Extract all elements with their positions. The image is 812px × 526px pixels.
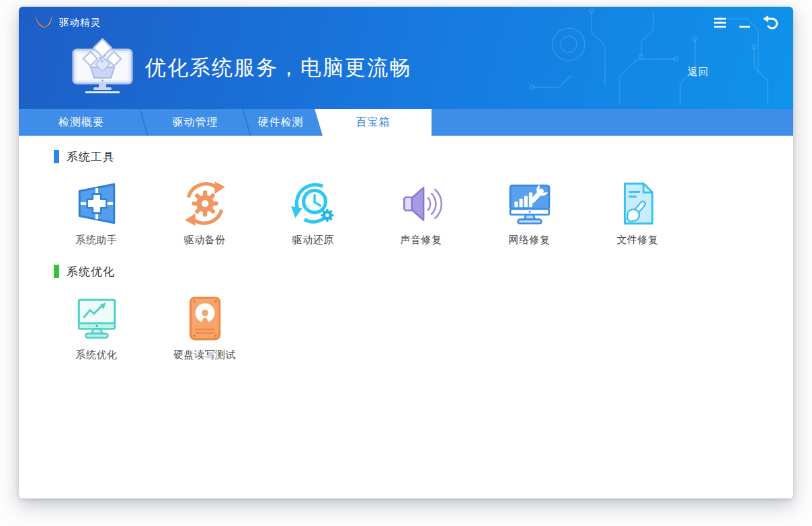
header: 驱动精灵: [19, 7, 793, 109]
tool-label: 系统助手: [76, 234, 118, 247]
app-name: 驱动精灵: [59, 16, 101, 29]
clock-restore-icon: [288, 179, 338, 228]
section-marker: [54, 150, 59, 163]
tool-item-sound-repair[interactable]: 声音修复: [367, 179, 475, 247]
tab-bar: 检测概要 驱动管理 硬件检测 百宝箱: [19, 109, 793, 136]
app-window: 驱动精灵: [19, 7, 793, 498]
tab-toolbox[interactable]: 百宝箱: [315, 109, 432, 136]
tool-item-disk-test[interactable]: 硬盘读写测试: [151, 294, 259, 361]
tool-label: 硬盘读写测试: [173, 349, 236, 361]
tab-label: 百宝箱: [356, 116, 391, 130]
window-controls: [713, 15, 778, 30]
monitor-chart-icon: [72, 294, 122, 343]
windows-plus-icon: [72, 179, 122, 228]
tool-item-system-optimize[interactable]: 系统优化: [42, 294, 151, 361]
tool-label: 文件修复: [617, 234, 659, 247]
system-optimize-grid: 系统优化 硬盘读写测试: [42, 294, 793, 361]
tool-item-file-repair[interactable]: 文件修复: [583, 179, 692, 247]
tool-item-network-repair[interactable]: 网络修复: [475, 179, 583, 247]
top-bar: 驱动精灵: [19, 7, 793, 35]
hard-disk-icon: [180, 294, 230, 343]
menu-icon[interactable]: [713, 17, 727, 29]
tab-label: 检测概要: [58, 116, 104, 130]
section-system-optimize-header: 系统优化: [54, 264, 793, 279]
tool-label: 声音修复: [401, 234, 442, 247]
gear-sync-icon: [180, 179, 230, 228]
tab-label: 驱动管理: [173, 116, 218, 130]
tab-label: 硬件检测: [258, 116, 304, 130]
page-title: 优化系统服务，电脑更流畅: [145, 54, 411, 82]
tool-item-system-assistant[interactable]: 系统助手: [42, 179, 151, 247]
tool-item-driver-restore[interactable]: 驱动还原: [259, 179, 367, 247]
monitor-wrench-icon: [505, 179, 555, 228]
tool-label: 系统优化: [76, 349, 118, 361]
minimize-icon[interactable]: [739, 17, 751, 29]
back-link[interactable]: 返回: [688, 66, 709, 79]
tool-label: 网络修复: [509, 234, 551, 247]
toolbox-monitor-icon: [71, 38, 134, 97]
tool-label: 驱动备份: [184, 234, 226, 247]
tool-label: 驱动还原: [292, 234, 334, 247]
tab-hardware-detection[interactable]: 硬件检测: [247, 109, 315, 136]
banner: 优化系统服务，电脑更流畅: [19, 38, 793, 97]
section-title-system-optimize: 系统优化: [67, 264, 115, 279]
app-logo-icon: [34, 13, 54, 32]
file-wrench-icon: [613, 179, 663, 228]
speaker-waves-icon: [397, 179, 446, 228]
system-tools-grid: 系统助手: [42, 179, 793, 247]
section-system-tools-header: 系统工具: [54, 149, 793, 164]
back-arrow-icon[interactable]: [762, 15, 778, 30]
section-marker: [54, 265, 59, 278]
tab-driver-management[interactable]: 驱动管理: [144, 109, 247, 136]
toolbox-content: 系统工具 系统助手: [19, 136, 793, 498]
tool-item-driver-backup[interactable]: 驱动备份: [151, 179, 259, 247]
tab-detection-summary[interactable]: 检测概要: [19, 109, 144, 136]
section-title-system-tools: 系统工具: [67, 149, 115, 165]
